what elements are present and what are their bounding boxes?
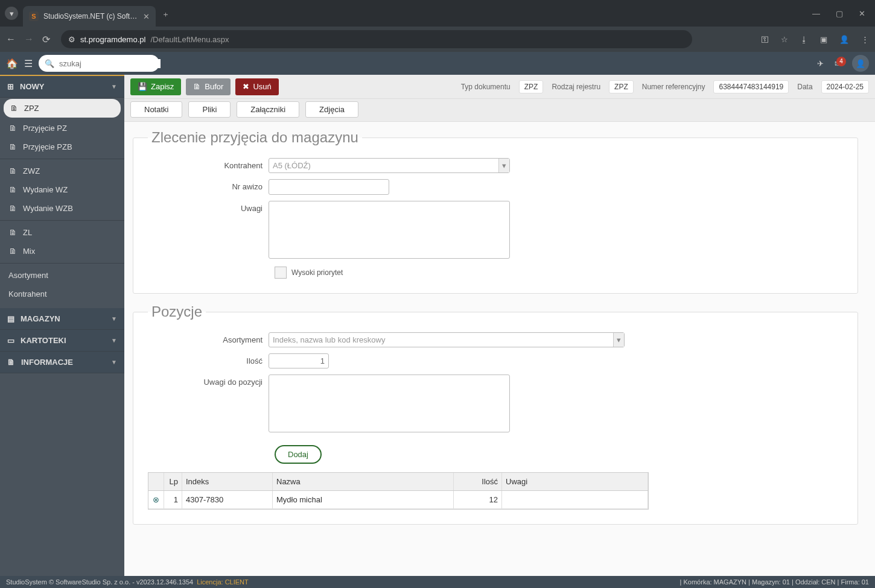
url-bar[interactable]: ⚙ st.programdemo.pl/DefaultLeftMenu.aspx: [61, 30, 692, 48]
footer-left: StudioSystem © SoftwareStudio Sp. z o.o.…: [6, 578, 193, 586]
sidebar-link-asortyment[interactable]: Asortyment: [0, 266, 124, 285]
row-uwagi: [502, 491, 648, 508]
sidebar-item-pz[interactable]: 🗎Przyjęcie PZ: [0, 119, 124, 138]
tab-notatki[interactable]: Notatki: [130, 101, 182, 118]
tab-title: StudioSystem.NET (c) SoftwareS: [43, 12, 138, 21]
save-button-label: Zapisz: [151, 82, 174, 91]
tab-zdjecia[interactable]: Zdjęcia: [305, 101, 358, 118]
sidebar-item-wzb[interactable]: 🗎Wydanie WZB: [0, 199, 124, 218]
asortyment-combo[interactable]: Indeks, nazwa lub kod kreskowy ▾: [269, 332, 625, 347]
nav-forward-icon[interactable]: →: [24, 34, 34, 45]
footer-license: Licencja: CLIENT: [197, 578, 249, 586]
mail-icon[interactable]: ✉4: [835, 59, 841, 68]
uwagi-poz-textarea[interactable]: [269, 375, 510, 432]
sub-tabs: Notatki Pliki Załączniki Zdjęcia: [124, 99, 875, 122]
browser-toolbar: ← → ⟳ ⚙ st.programdemo.pl/DefaultLeftMen…: [0, 27, 875, 52]
file-icon: 🗎: [8, 247, 17, 256]
combo-dropdown-icon[interactable]: ▾: [613, 333, 624, 347]
window-minimize-icon[interactable]: —: [812, 9, 820, 18]
meta-rejestr-label: Rodzaj rejestru: [548, 80, 604, 93]
warehouse-icon: ▤: [7, 314, 14, 323]
delete-button-label: Usuń: [253, 82, 271, 91]
plus-box-icon: ⊞: [7, 82, 14, 91]
chevron-down-icon: ▼: [111, 359, 117, 365]
url-path: /DefaultLeftMenu.aspx: [150, 35, 229, 44]
send-icon[interactable]: ✈: [817, 59, 824, 68]
section-zlecenie: Zlecenie przyjęcia do magazynu Kontrahen…: [133, 129, 858, 294]
url-host: st.programdemo.pl: [80, 35, 145, 44]
side-toggle-icon[interactable]: ☰: [24, 58, 33, 69]
file-icon: 🗎: [8, 166, 17, 175]
card-icon: ▭: [7, 336, 14, 345]
sidebar-section-nowy[interactable]: ⊞ NOWY ▼: [0, 75, 124, 98]
sidebar-item-zpz[interactable]: 🗎ZPZ: [4, 99, 121, 118]
app-topbar: 🏠 ☰ 🔍 ✈ ✉4 👤: [0, 52, 875, 75]
ilosc-input[interactable]: [269, 353, 329, 368]
combo-dropdown-icon[interactable]: ▾: [498, 159, 509, 172]
home-icon[interactable]: 🏠: [6, 58, 18, 69]
browser-titlebar: ▾ S StudioSystem.NET (c) SoftwareS ✕ ＋ —…: [0, 0, 875, 27]
mail-badge: 4: [836, 57, 846, 66]
content-area: 💾Zapisz 🗎Bufor ✖Usuń Typ dokumentu ZPZ R…: [124, 75, 875, 576]
dodaj-button[interactable]: Dodaj: [275, 445, 322, 464]
sidebar: ⊞ NOWY ▼ 🗎ZPZ 🗎Przyjęcie PZ 🗎Przyjęcie P…: [0, 75, 124, 576]
browser-tab[interactable]: S StudioSystem.NET (c) SoftwareS ✕: [23, 6, 156, 27]
uwagi-label: Uwagi: [148, 201, 269, 213]
sidepanel-icon[interactable]: ▣: [820, 35, 827, 44]
nav-back-icon[interactable]: ←: [6, 34, 16, 45]
delete-button[interactable]: ✖Usuń: [235, 78, 278, 95]
meta-rejestr-value: ZPZ: [609, 80, 634, 93]
sidebar-section-kartoteki[interactable]: ▭ KARTOTEKI ▼: [0, 330, 124, 352]
kontrahent-combo[interactable]: A5 (ŁÓDŹ) ▾: [269, 158, 510, 173]
sidebar-item-label: Wydanie WZ: [23, 185, 68, 194]
meta-numer-label: Numer referencyjny: [638, 80, 709, 93]
meta-data-value: 2024-02-25: [821, 80, 869, 93]
meta-numer-value: 6384447483144919: [713, 80, 789, 93]
delete-icon: ✖: [243, 82, 249, 91]
save-button[interactable]: 💾Zapisz: [130, 78, 181, 95]
file-icon: 🗎: [8, 185, 17, 194]
row-delete-icon[interactable]: ⊗: [148, 491, 164, 508]
key-icon[interactable]: ⚿: [761, 35, 769, 44]
kontrahent-value: A5 (ŁÓDŹ): [273, 161, 495, 170]
profile-icon[interactable]: 👤: [839, 35, 849, 44]
window-maximize-icon[interactable]: ▢: [836, 9, 843, 18]
download-icon[interactable]: ⭳: [800, 35, 808, 44]
priorytet-checkbox[interactable]: [275, 267, 287, 279]
tab-close-icon[interactable]: ✕: [143, 12, 150, 21]
table-row[interactable]: ⊗ 1 4307-7830 Mydło michal 12: [148, 491, 648, 509]
nav-reload-icon[interactable]: ⟳: [42, 34, 50, 45]
chevron-down-icon: ▼: [111, 337, 117, 344]
sidebar-item-zwz[interactable]: 🗎ZWZ: [0, 162, 124, 180]
chevron-down-icon: ▼: [111, 83, 117, 90]
user-avatar-icon[interactable]: 👤: [852, 55, 869, 72]
form-scroll-area[interactable]: Zlecenie przyjęcia do magazynu Kontrahen…: [124, 122, 875, 576]
uwagi-textarea[interactable]: [269, 201, 510, 259]
browser-menu-icon[interactable]: ⋮: [861, 35, 869, 44]
search-input[interactable]: [59, 59, 161, 68]
site-info-icon[interactable]: ⚙: [68, 35, 75, 44]
window-close-icon[interactable]: ✕: [859, 9, 865, 18]
tab-pliki[interactable]: Pliki: [188, 101, 231, 118]
buffer-button[interactable]: 🗎Bufor: [186, 78, 231, 95]
sidebar-link-kontrahent[interactable]: Kontrahent: [0, 285, 124, 303]
sidebar-section-informacje[interactable]: 🗎 INFORMACJE ▼: [0, 352, 124, 373]
grid-header-uwagi: Uwagi: [502, 473, 648, 490]
sidebar-item-label: ZL: [23, 228, 32, 237]
sidebar-section-label: NOWY: [20, 82, 44, 91]
tab-zalaczniki[interactable]: Załączniki: [237, 101, 299, 118]
new-tab-button[interactable]: ＋: [162, 9, 170, 20]
action-bar: 💾Zapisz 🗎Bufor ✖Usuń Typ dokumentu ZPZ R…: [124, 75, 875, 99]
priorytet-label: Wysoki priorytet: [291, 268, 343, 277]
sidebar-section-magazyn[interactable]: ▤ MAGAZYN ▼: [0, 308, 124, 330]
sidebar-item-pzb[interactable]: 🗎Przyjęcie PZB: [0, 138, 124, 156]
sidebar-item-zl[interactable]: 🗎ZL: [0, 223, 124, 242]
tabs-dropdown[interactable]: ▾: [5, 7, 18, 20]
awizo-input[interactable]: [269, 179, 389, 195]
sidebar-item-wz[interactable]: 🗎Wydanie WZ: [0, 180, 124, 199]
sidebar-item-mix[interactable]: 🗎Mix: [0, 242, 124, 261]
search-box[interactable]: 🔍: [39, 55, 159, 72]
section-pozycje: Pozycje Asortyment Indeks, nazwa lub kod…: [133, 303, 858, 525]
bookmark-icon[interactable]: ☆: [781, 35, 788, 44]
buffer-button-label: Bufor: [205, 82, 223, 91]
